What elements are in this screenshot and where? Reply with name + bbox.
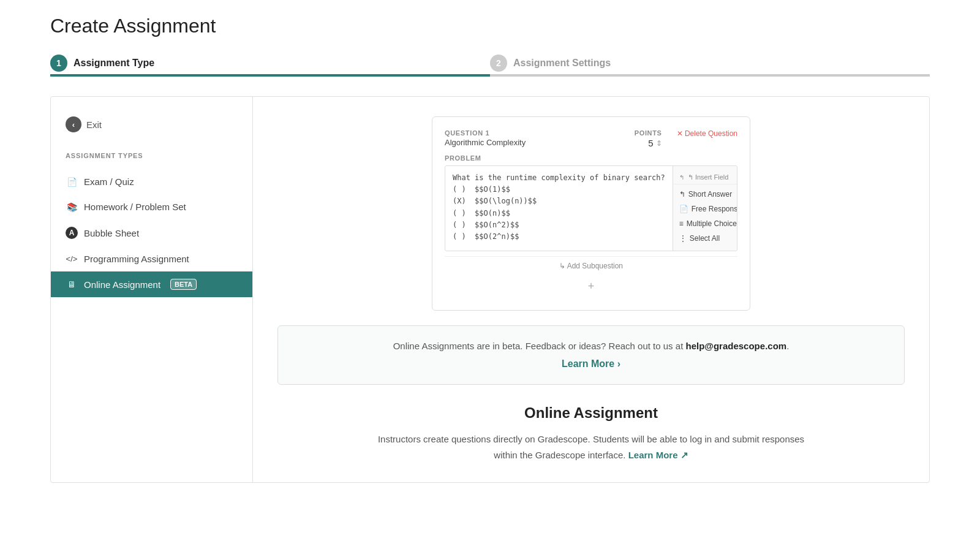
preview-question-info: QUESTION 1 Algorithmic Complexity: [445, 129, 526, 147]
preview-q-title: Algorithmic Complexity: [445, 138, 526, 147]
step-2-circle: 2: [490, 55, 507, 72]
preview-points-num: 5: [648, 138, 653, 148]
step-1-circle: 1: [50, 55, 67, 72]
short-answer-icon: ↰: [679, 190, 685, 199]
exit-circle-icon: ‹: [66, 116, 81, 132]
sidebar: ‹ Exit ASSIGNMENT TYPES 📄 Exam / Quiz 📚 …: [51, 97, 253, 482]
sidebar-item-programming[interactable]: </> Programming Assignment: [51, 246, 252, 271]
beta-info-text: Online Assignments are in beta. Feedback…: [293, 341, 889, 351]
insert-field-header: ↰ ↰ Insert Field: [673, 171, 737, 184]
learn-more-link[interactable]: Learn More ›: [562, 358, 620, 369]
short-answer-label: Short Answer: [688, 190, 732, 199]
preview-card: QUESTION 1 Algorithmic Complexity POINTS…: [432, 116, 750, 311]
sidebar-item-bubble-sheet[interactable]: A Bubble Sheet: [51, 219, 252, 246]
step-1-label: Assignment Type: [74, 58, 154, 69]
content-area: QUESTION 1 Algorithmic Complexity POINTS…: [253, 97, 929, 482]
assignment-desc-title: Online Assignment: [277, 404, 905, 422]
bubble-sheet-icon: A: [66, 227, 78, 239]
preview-q-label: QUESTION 1: [445, 129, 526, 137]
exam-quiz-label: Exam / Quiz: [84, 176, 134, 187]
sidebar-item-online-assignment[interactable]: 🖥 Online Assignment BETA: [51, 271, 252, 297]
add-question-btn[interactable]: +: [445, 275, 737, 298]
step-2-label: Assignment Settings: [513, 58, 611, 69]
beta-info-box: Online Assignments are in beta. Feedback…: [277, 325, 905, 385]
sidebar-item-exam-quiz[interactable]: 📄 Exam / Quiz: [51, 169, 252, 194]
page-title: Create Assignment: [50, 15, 930, 37]
multiple-choice-label: Multiple Choice: [687, 219, 737, 228]
preview-points-label: POINTS: [635, 129, 662, 137]
programming-label: Programming Assignment: [84, 254, 189, 264]
online-assignment-icon: 🖥: [66, 279, 78, 289]
assignment-desc-text: Instructors create questions directly on…: [377, 431, 805, 463]
preview-header: QUESTION 1 Algorithmic Complexity POINTS…: [445, 129, 737, 148]
multiple-choice-icon: ≡: [679, 219, 684, 228]
preview-points-area: POINTS 5 ⇕ ✕ Delete Question: [635, 129, 737, 148]
homework-label: Homework / Problem Set: [84, 202, 186, 212]
external-link-icon: ↗: [680, 450, 688, 460]
progress-left: [50, 74, 490, 77]
learn-more-arrow-icon: ›: [617, 358, 620, 369]
select-all-icon: ⋮: [679, 234, 687, 243]
free-response-icon: 📄: [679, 205, 688, 213]
exit-label: Exit: [86, 119, 102, 130]
delete-question-btn[interactable]: ✕ Delete Question: [677, 129, 737, 138]
multiple-choice-menu-item[interactable]: ≡ Multiple Choice: [673, 216, 737, 231]
beta-badge: BETA: [170, 279, 197, 290]
add-subquestion-btn[interactable]: ↳ Add Subquestion: [445, 256, 737, 275]
preview-sidebar-menu: ↰ ↰ Insert Field ↰ Short Answer 📄 Free R…: [673, 166, 737, 251]
description-learn-more-link[interactable]: Learn More ↗: [628, 450, 688, 460]
homework-icon: 📚: [66, 202, 78, 212]
progress-right: [490, 74, 930, 77]
sidebar-item-homework[interactable]: 📚 Homework / Problem Set: [51, 194, 252, 219]
free-response-menu-item[interactable]: 📄 Free Response: [673, 202, 737, 216]
steps-header: 1 Assignment Type 2 Assignment Settings: [50, 55, 930, 72]
beta-email: help@gradescope.com: [685, 341, 786, 351]
assignment-types-label: ASSIGNMENT TYPES: [51, 152, 252, 159]
progress-bars: [50, 74, 930, 77]
select-all-label: Select All: [690, 234, 720, 243]
preview-problem-label: PROBLEM: [445, 154, 737, 162]
preview-points-value: 5 ⇕: [635, 138, 662, 148]
programming-icon: </>: [66, 254, 78, 263]
main-layout: ‹ Exit ASSIGNMENT TYPES 📄 Exam / Quiz 📚 …: [50, 96, 930, 483]
preview-problem-text: What is the runtime complexity of binary…: [445, 166, 673, 251]
preview-problem-box: What is the runtime complexity of binary…: [445, 165, 737, 251]
preview-points: POINTS 5 ⇕: [635, 129, 662, 148]
short-answer-menu-item[interactable]: ↰ Short Answer: [673, 187, 737, 202]
bubble-sheet-label: Bubble Sheet: [84, 228, 139, 238]
online-assignment-label: Online Assignment: [84, 279, 160, 290]
select-all-menu-item[interactable]: ⋮ Select All: [673, 231, 737, 246]
step-1-header: 1 Assignment Type: [50, 55, 490, 72]
exam-quiz-icon: 📄: [66, 177, 78, 187]
exit-button[interactable]: ‹ Exit: [51, 112, 252, 137]
free-response-label: Free Response: [692, 205, 737, 213]
points-stepper-icon[interactable]: ⇕: [656, 139, 662, 148]
insert-field-icon: ↰: [679, 174, 684, 181]
step-2-header: 2 Assignment Settings: [490, 55, 930, 72]
